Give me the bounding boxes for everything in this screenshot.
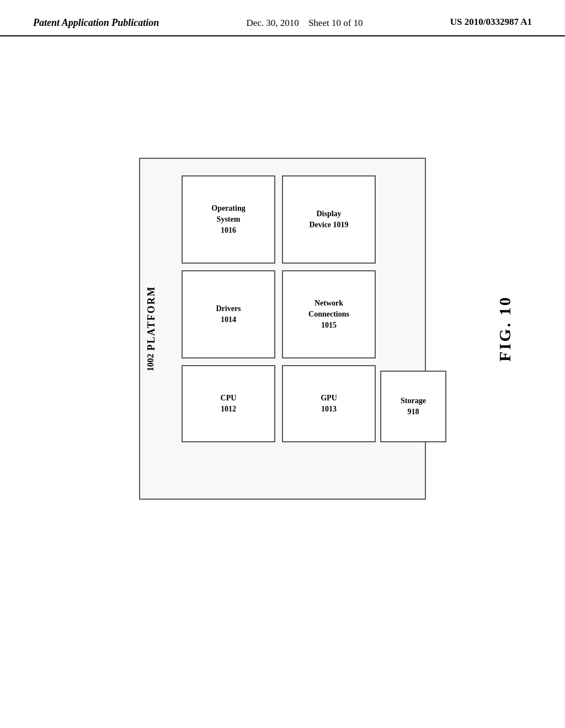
main-content: PLATFORM 1002 OperatingSystem1016 Displa… <box>0 36 565 720</box>
row-1: OperatingSystem1016 DisplayDevice 1019 <box>182 175 414 264</box>
row-3: CPU1012 GPU1013 Storage918 <box>182 365 414 442</box>
display-device-box: DisplayDevice 1019 <box>282 175 376 264</box>
platform-label: PLATFORM <box>146 286 157 351</box>
gpu-box: GPU1013 <box>282 365 376 442</box>
inner-grid: OperatingSystem1016 DisplayDevice 1019 D… <box>182 175 414 488</box>
platform-number: 1002 <box>146 354 155 372</box>
platform-label-group: PLATFORM 1002 <box>146 286 158 372</box>
sheet-info: Sheet 10 of 10 <box>308 18 363 28</box>
patent-number: US 2010/0332987 A1 <box>450 17 532 28</box>
publication-date: Dec. 30, 2010 <box>247 18 299 28</box>
figure-label-container: FIG. 10 <box>495 296 514 361</box>
drivers-box: Drivers1014 <box>182 270 275 358</box>
publication-title: Patent Application Publication <box>33 17 159 29</box>
figure-label: FIG. 10 <box>495 296 514 361</box>
platform-box: PLATFORM 1002 OperatingSystem1016 Displa… <box>139 158 426 500</box>
page-header: Patent Application Publication Dec. 30, … <box>0 0 565 36</box>
operating-system-box: OperatingSystem1016 <box>182 175 275 264</box>
network-connections-box: NetworkConnections1015 <box>282 270 376 358</box>
header-center: Dec. 30, 2010 Sheet 10 of 10 <box>247 17 363 30</box>
cpu-box: CPU1012 <box>182 365 275 442</box>
storage-box: Storage918 <box>380 371 446 442</box>
diagram-area: PLATFORM 1002 OperatingSystem1016 Displa… <box>139 158 426 500</box>
row-2: Drivers1014 NetworkConnections1015 <box>182 270 414 358</box>
